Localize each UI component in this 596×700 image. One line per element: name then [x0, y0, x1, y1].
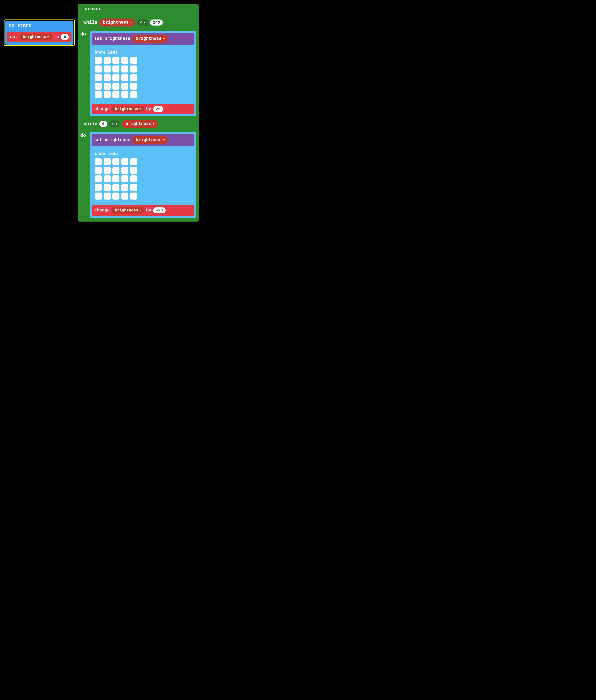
value-240[interactable]: 240: [150, 20, 163, 26]
dropdown-brightness-2-icon[interactable]: ▼: [153, 122, 154, 125]
do-row-1: do set brightness brightness ▼ sho: [80, 31, 197, 116]
brightness-condition-1[interactable]: brightness ▼: [99, 19, 135, 26]
led-cell[interactable]: [121, 167, 128, 174]
led-cell[interactable]: [130, 91, 137, 98]
forever-header: forever: [78, 4, 199, 14]
led-cell[interactable]: [130, 83, 137, 90]
dropdown-do-2-icon[interactable]: ▼: [163, 139, 165, 142]
led-cell[interactable]: [104, 66, 111, 73]
set-brightness-label-2: set brightness: [94, 138, 130, 143]
led-cell[interactable]: [112, 66, 120, 73]
show-leds-block-1[interactable]: show leds: [92, 48, 195, 101]
do-content-1: set brightness brightness ▼ show leds: [89, 31, 197, 116]
led-cell[interactable]: [95, 91, 102, 98]
brightness-change-pill-1[interactable]: brightness ▼: [112, 106, 144, 112]
do-content-2: set brightness brightness ▼ show leds: [89, 132, 197, 218]
brightness-pill-do-2[interactable]: brightness ▼: [132, 136, 168, 144]
led-cell[interactable]: [95, 74, 102, 81]
led-cell[interactable]: [95, 158, 102, 165]
forever-body: while brightness ▼ < ▼ 240 do: [78, 14, 199, 222]
led-cell[interactable]: [130, 193, 137, 200]
led-cell[interactable]: [121, 193, 128, 200]
led-cell[interactable]: [112, 175, 120, 182]
led-grid-1: [95, 57, 137, 98]
dropdown-arrow-icon[interactable]: ▼: [47, 35, 49, 39]
led-cell[interactable]: [130, 74, 137, 81]
dropdown-change-2-icon[interactable]: ▼: [139, 209, 141, 212]
brightness-pill-do-1[interactable]: brightness ▼: [132, 35, 168, 43]
led-cell[interactable]: [104, 57, 111, 64]
while-block-1[interactable]: while brightness ▼ < ▼ 240: [80, 16, 195, 29]
led-cell[interactable]: [130, 66, 137, 73]
led-cell[interactable]: [104, 184, 111, 191]
change-label-1: change: [94, 107, 110, 111]
led-cell[interactable]: [130, 175, 137, 182]
forever-inner: while brightness ▼ < ▼ 240 do: [80, 16, 197, 218]
led-cell[interactable]: [112, 91, 120, 98]
led-cell[interactable]: [104, 193, 111, 200]
led-cell[interactable]: [112, 184, 120, 191]
set-brightness-block[interactable]: set brightness ▼ to 0: [7, 31, 72, 42]
led-cell[interactable]: [95, 193, 102, 200]
compare-pill-2[interactable]: < ▼: [109, 120, 120, 127]
led-cell[interactable]: [104, 91, 111, 98]
brightness-change-pill-2[interactable]: brightness ▼: [112, 207, 144, 214]
value-zero[interactable]: 0: [61, 34, 69, 40]
dropdown-brightness-1-icon[interactable]: ▼: [130, 21, 132, 24]
led-cell[interactable]: [104, 74, 111, 81]
led-cell[interactable]: [121, 57, 128, 64]
led-cell[interactable]: [95, 83, 102, 90]
value-neg20[interactable]: -20: [153, 207, 165, 214]
dropdown-do-1-icon[interactable]: ▼: [163, 37, 165, 40]
brightness-condition-2[interactable]: brightness ▼: [122, 120, 158, 128]
led-cell[interactable]: [112, 167, 120, 174]
led-cell[interactable]: [121, 66, 128, 73]
value-0-while2[interactable]: 0: [99, 121, 107, 127]
led-cell[interactable]: [121, 184, 128, 191]
dropdown-change-1-icon[interactable]: ▼: [139, 107, 141, 111]
value-20[interactable]: 20: [153, 106, 163, 112]
led-cell[interactable]: [95, 66, 102, 73]
led-grid-2: [95, 158, 137, 200]
change-block-1[interactable]: change brightness ▼ by 20: [92, 104, 195, 115]
led-cell[interactable]: [104, 158, 111, 165]
show-leds-block-2[interactable]: show leds: [92, 149, 195, 202]
led-cell[interactable]: [112, 193, 120, 200]
led-cell[interactable]: [130, 167, 137, 174]
led-cell[interactable]: [121, 175, 128, 182]
brightness-do-1-label: brightness: [136, 36, 161, 41]
while-label-1: while: [83, 20, 97, 25]
led-cell[interactable]: [95, 175, 102, 182]
led-cell[interactable]: [121, 91, 128, 98]
led-cell[interactable]: [112, 74, 120, 81]
led-cell[interactable]: [121, 158, 128, 165]
led-cell[interactable]: [95, 57, 102, 64]
led-cell[interactable]: [121, 83, 128, 90]
led-cell[interactable]: [104, 167, 111, 174]
set-brightness-in-do-1[interactable]: set brightness brightness ▼: [92, 33, 195, 45]
while-block-2[interactable]: while 0 < ▼ brightness ▼: [80, 118, 195, 130]
led-cell[interactable]: [121, 74, 128, 81]
led-cell[interactable]: [130, 158, 137, 165]
do-row-2: do set brightness brightness ▼ sho: [80, 132, 197, 218]
led-cell[interactable]: [104, 83, 111, 90]
compare-pill-1[interactable]: < ▼: [137, 19, 148, 26]
set-brightness-in-do-2[interactable]: set brightness brightness ▼: [92, 134, 195, 146]
led-cell[interactable]: [95, 184, 102, 191]
led-cell[interactable]: [112, 83, 120, 90]
led-cell[interactable]: [104, 175, 111, 182]
compare-dropdown-2-icon[interactable]: ▼: [116, 122, 117, 125]
led-cell[interactable]: [112, 57, 120, 64]
brightness-pill[interactable]: brightness ▼: [20, 33, 52, 40]
set-brightness-label-1: set brightness: [94, 36, 130, 41]
while-label-2: while: [83, 121, 97, 126]
led-cell[interactable]: [112, 158, 120, 165]
led-cell[interactable]: [130, 184, 137, 191]
on-start-body: set brightness ▼ to 0: [5, 30, 74, 45]
brightness-label: brightness: [23, 35, 46, 39]
compare-dropdown-1-icon[interactable]: ▼: [144, 21, 145, 24]
by-label-1: by: [146, 107, 151, 111]
led-cell[interactable]: [130, 57, 137, 64]
change-block-2[interactable]: change brightness ▼ by -20: [92, 205, 195, 216]
led-cell[interactable]: [95, 167, 102, 174]
